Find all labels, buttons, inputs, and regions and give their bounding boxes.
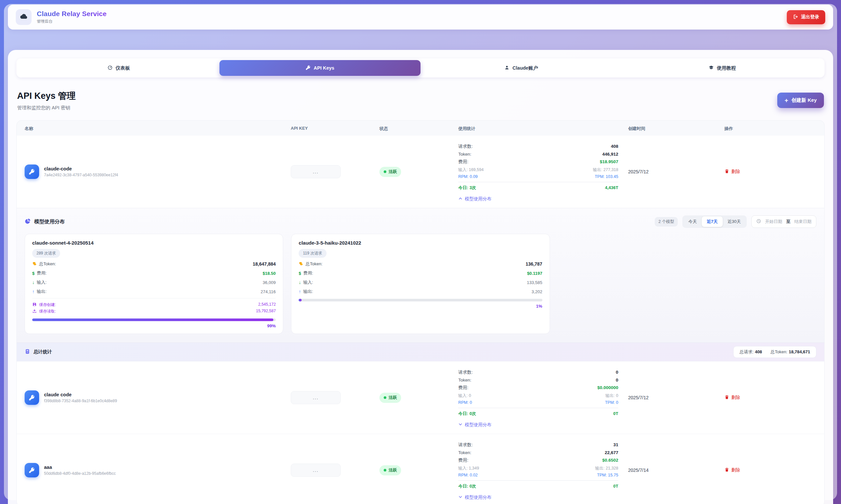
status-badge: 活跃 [380, 465, 401, 475]
dollar-icon: $ [32, 271, 35, 276]
model-output-value: 274,116 [261, 289, 276, 294]
model-usage-panel: 模型使用分布 2 个模型 今天 近7天 近30天 [17, 208, 824, 342]
total-tokens-value: 18,784,671 [789, 349, 810, 354]
tab-label: 使用教程 [717, 65, 736, 71]
tab-claude-account[interactable]: Claude账户 [421, 60, 622, 76]
model-count-badge: 2 个模型 [655, 217, 678, 227]
model-usage-toggle[interactable]: 模型使用分布 [458, 196, 491, 202]
col-header-usage: 使用统计 [458, 126, 628, 132]
today-requests: 今日: 0次 [458, 411, 476, 417]
page-subtitle: 管理和监控您的 API 密钥 [17, 105, 76, 111]
input-tokens: 输入: 169,594 [458, 167, 484, 173]
delete-button[interactable]: 删除 [724, 467, 740, 473]
delete-button[interactable]: 删除 [724, 395, 740, 400]
output-tokens: 输出: 277,318 [593, 167, 618, 173]
logout-label: 退出登录 [801, 14, 819, 20]
created-date: 2025/7/12 [628, 169, 724, 174]
created-date: 2025/7/14 [628, 468, 724, 473]
logout-button[interactable]: 退出登录 [787, 10, 825, 24]
api-key-name: aaa [44, 465, 116, 470]
tab-label: Claude账户 [512, 65, 538, 71]
model-usage-toggle[interactable]: 模型使用分布 [458, 422, 491, 428]
delete-button[interactable]: 删除 [724, 169, 740, 175]
tab-label: 仪表板 [116, 65, 130, 71]
today-tokens: 4,436T [605, 185, 618, 190]
tpm-value: TPM: 0 [605, 400, 618, 405]
cost-label: 费用: [458, 457, 469, 463]
cost-value: $0.000000 [597, 385, 618, 390]
user-icon [504, 65, 510, 71]
masked-api-key[interactable]: ... [291, 391, 341, 404]
range-7days[interactable]: 近7天 [702, 216, 722, 227]
app-title: Claude Relay Service [37, 10, 106, 18]
key-icon [25, 164, 39, 179]
model-name: claude-3-5-haiku-20241022 [299, 240, 542, 246]
status-badge: 活跃 [380, 393, 401, 403]
model-input-value: 36,009 [263, 280, 276, 285]
token-label: Token: [458, 152, 471, 157]
logout-icon [793, 14, 798, 20]
gauge-icon [107, 65, 113, 71]
range-30days[interactable]: 近30天 [723, 216, 746, 227]
chevron-down-icon [458, 495, 462, 500]
table-header-row: 名称 API KEY 状态 使用统计 创建时间 操作 [17, 121, 824, 136]
requests-value: 31 [613, 442, 618, 447]
api-key-id: f398d8b8-7352-4a88-9a1f-6b1e0c4d8e89 [44, 399, 117, 403]
create-key-button[interactable]: + 创建新 Key [777, 93, 824, 108]
model-input-value: 133,585 [527, 280, 542, 285]
end-date-input[interactable]: 结束日期 [794, 219, 811, 224]
total-requests-value: 408 [755, 349, 762, 354]
trash-icon [724, 467, 729, 473]
key-icon [25, 390, 39, 405]
model-usage-card: claude-3-5-haiku-20241022 119 次请求 总Token… [291, 234, 549, 334]
total-token-value: 136,787 [526, 262, 542, 267]
date-range-picker[interactable]: 开始日期 至 结束日期 [751, 215, 816, 228]
clock-icon [756, 219, 761, 224]
nav-tabs: 仪表板 API Keys Claude账户 使用教程 [16, 58, 825, 77]
key-icon [25, 463, 39, 478]
col-header-actions: 操作 [724, 126, 816, 132]
cost-label: 费用: [458, 385, 469, 391]
down-arrow-icon: ↓ [299, 280, 301, 285]
cache-read-value: 15,792,587 [256, 309, 276, 314]
graduation-cap-icon [708, 65, 714, 71]
tpm-value: TPM: 103.45 [595, 174, 618, 179]
create-key-label: 创建新 Key [791, 97, 817, 104]
table-row: claude-code 7a4e2492-3c38-4797-a540-5539… [17, 136, 824, 208]
chevron-up-icon [458, 196, 462, 202]
token-label: Token: [458, 378, 471, 382]
masked-api-key[interactable]: ... [291, 165, 341, 178]
app-subtitle: 管理后台 [37, 19, 106, 24]
api-keys-table: 名称 API KEY 状态 使用统计 创建时间 操作 claude-code 7… [16, 120, 825, 504]
tab-dashboard[interactable]: 仪表板 [18, 60, 220, 76]
start-date-input[interactable]: 开始日期 [765, 219, 782, 224]
usage-progress-bar [299, 299, 542, 301]
masked-api-key[interactable]: ... [291, 464, 341, 477]
coins-icon [32, 262, 37, 267]
coins-icon [299, 262, 303, 267]
plus-icon: + [785, 97, 788, 104]
save-icon [32, 302, 37, 308]
tab-api-keys[interactable]: API Keys [220, 60, 421, 76]
app-shell: Claude Relay Service 管理后台 退出登录 仪表板 [4, 4, 837, 500]
api-key-name: claude code [44, 392, 117, 397]
date-to-label: 至 [786, 219, 790, 224]
totals-summary: 总请求:408 总Token:18,784,671 [733, 346, 816, 358]
rpm-value: RPM: 0.09 [458, 174, 478, 179]
cost-label: 费用: [458, 159, 469, 165]
cost-value: $0.6502 [602, 458, 618, 463]
range-today[interactable]: 今天 [683, 216, 702, 227]
token-value: 446,912 [602, 152, 618, 157]
main-content: 仪表板 API Keys Claude账户 使用教程 [8, 50, 833, 504]
page-title: API Keys 管理 [17, 90, 76, 102]
rpm-value: RPM: 0 [458, 400, 472, 405]
tab-tutorial[interactable]: 使用教程 [622, 60, 823, 76]
request-count-badge: 119 次请求 [299, 249, 326, 258]
total-token-value: 18,647,884 [252, 262, 276, 267]
calculator-icon [25, 349, 30, 355]
status-dot-icon [384, 396, 386, 399]
cost-value: $18.9507 [600, 159, 618, 164]
model-usage-toggle[interactable]: 模型使用分布 [458, 494, 491, 500]
created-date: 2025/7/12 [628, 395, 724, 400]
api-key-id: 7a4e2492-3c38-4797-a540-553980ee12f4 [44, 173, 118, 177]
